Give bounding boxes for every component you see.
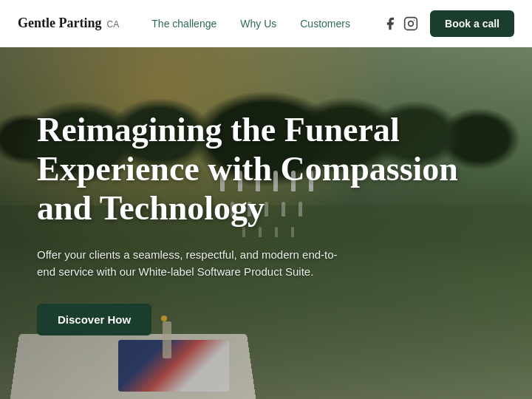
- hero-title: Reimagining the Funeral Experience with …: [37, 111, 495, 228]
- svg-point-2: [414, 19, 415, 20]
- logo-text: Gentle Parting: [18, 16, 101, 30]
- book-call-button[interactable]: Book a call: [430, 10, 514, 37]
- svg-rect-0: [405, 17, 417, 30]
- hero-content: Reimagining the Funeral Experience with …: [0, 47, 532, 399]
- svg-point-1: [409, 21, 414, 26]
- nav-link-challenge[interactable]: The challenge: [151, 18, 216, 30]
- logo-suffix: CA: [106, 19, 119, 30]
- navbar: Gentle Parting CA The challenge Why Us C…: [0, 0, 532, 47]
- logo[interactable]: Gentle Parting CA: [18, 16, 119, 31]
- nav-right: Book a call: [383, 10, 514, 37]
- discover-how-button[interactable]: Discover How: [37, 304, 151, 335]
- instagram-icon[interactable]: [403, 16, 418, 31]
- facebook-icon[interactable]: [383, 16, 398, 31]
- hero-section: Reimagining the Funeral Experience with …: [0, 47, 532, 399]
- nav-link-customers[interactable]: Customers: [300, 18, 350, 30]
- nav-links: The challenge Why Us Customers: [151, 18, 350, 30]
- hero-subtitle: Offer your clients a seamless, respectfu…: [37, 246, 347, 281]
- social-icons: [383, 16, 418, 31]
- nav-link-why-us[interactable]: Why Us: [240, 18, 276, 30]
